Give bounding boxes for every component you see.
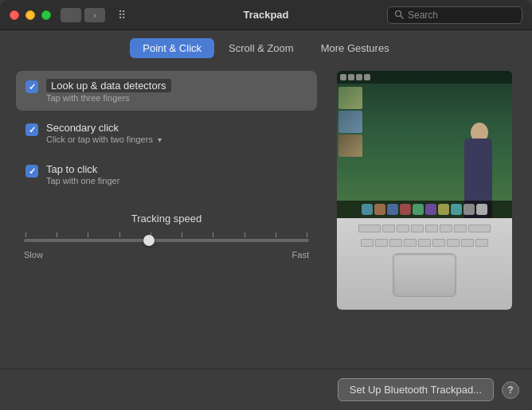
window-title: Trackpad bbox=[243, 9, 288, 21]
key-4 bbox=[411, 225, 424, 232]
help-button[interactable]: ? bbox=[502, 381, 519, 399]
key-15 bbox=[447, 239, 460, 247]
search-input[interactable] bbox=[408, 10, 515, 21]
tick-7 bbox=[213, 232, 213, 237]
tick-10 bbox=[307, 232, 307, 237]
key-9 bbox=[361, 239, 374, 247]
grid-icon: ⠿ bbox=[118, 9, 126, 21]
titlebar: ‹ › ⠿ Trackpad bbox=[0, 0, 532, 30]
nav-buttons: ‹ › bbox=[61, 8, 105, 22]
dock-icon-9 bbox=[464, 204, 475, 215]
tab-point-click[interactable]: Point & Click bbox=[130, 38, 214, 58]
key-12 bbox=[404, 239, 417, 247]
dock-icon-4 bbox=[400, 204, 411, 215]
side-thumb-3 bbox=[338, 135, 362, 157]
back-button[interactable]: ‹ bbox=[61, 8, 81, 22]
key-3 bbox=[397, 225, 409, 232]
setting-text-secondary-click: Secondary click Click or tap with two fi… bbox=[46, 122, 162, 144]
tick-6 bbox=[182, 232, 182, 237]
key-7 bbox=[454, 225, 467, 232]
slider-container: Slow Fast bbox=[24, 232, 309, 260]
key-16 bbox=[461, 239, 474, 247]
menu-bar-item-4 bbox=[364, 74, 370, 80]
side-thumbnails bbox=[338, 87, 364, 198]
back-arrow-icon: ‹ bbox=[69, 10, 72, 20]
dropdown-arrow-icon[interactable]: ▾ bbox=[158, 135, 162, 144]
key-1 bbox=[358, 225, 381, 232]
setting-text-lookup: Look up & data detectors Tap with three … bbox=[46, 79, 171, 103]
checkmark-icon-3: ✓ bbox=[29, 166, 36, 177]
tab-more-gestures[interactable]: More Gestures bbox=[308, 38, 402, 58]
tracking-slider-thumb[interactable] bbox=[143, 235, 155, 246]
checkbox-tap-to-click[interactable]: ✓ bbox=[25, 165, 38, 178]
search-bar bbox=[387, 6, 522, 24]
setting-title-secondary-click: Secondary click bbox=[46, 122, 162, 134]
window: ‹ › ⠿ Trackpad Point & Click Scroll bbox=[0, 0, 532, 410]
bottom-bar: Set Up Bluetooth Trackpad... ? bbox=[0, 369, 532, 410]
setting-subtitle-tap-to-click: Tap with one finger bbox=[46, 176, 119, 185]
main-content: ✓ Look up & data detectors Tap with thre… bbox=[0, 64, 532, 369]
setting-title-lookup: Look up & data detectors bbox=[46, 79, 171, 92]
close-button[interactable] bbox=[10, 10, 19, 20]
setting-row-tap-to-click[interactable]: ✓ Tap to click Tap with one finger bbox=[16, 155, 317, 193]
tick-1 bbox=[25, 232, 26, 237]
right-panel bbox=[333, 71, 516, 369]
setup-bluetooth-button[interactable]: Set Up Bluetooth Trackpad... bbox=[338, 378, 494, 401]
setting-row-lookup[interactable]: ✓ Look up & data detectors Tap with thre… bbox=[16, 71, 317, 111]
svg-line-1 bbox=[401, 16, 403, 18]
dock-icon-3 bbox=[387, 204, 398, 215]
preview-image bbox=[337, 71, 512, 310]
checkmark-icon-2: ✓ bbox=[29, 125, 36, 135]
tick-9 bbox=[276, 232, 276, 237]
tracking-label: Tracking speed bbox=[131, 213, 201, 225]
checkbox-lookup[interactable]: ✓ bbox=[25, 80, 38, 93]
traffic-lights bbox=[10, 10, 51, 20]
dock-icon-10 bbox=[476, 204, 487, 215]
preview-base bbox=[337, 218, 512, 310]
slider-label-slow: Slow bbox=[24, 250, 43, 260]
setting-subtitle-secondary-click: Click or tap with two fingers ▾ bbox=[46, 135, 162, 144]
forward-arrow-icon: › bbox=[93, 10, 96, 20]
side-thumb-1 bbox=[338, 87, 362, 109]
maximize-button[interactable] bbox=[41, 10, 51, 20]
search-icon bbox=[394, 10, 404, 21]
svg-point-0 bbox=[396, 10, 401, 16]
preview-dock bbox=[337, 201, 512, 218]
tracking-section: Tracking speed bbox=[16, 213, 317, 260]
menu-bar-item-2 bbox=[348, 74, 354, 80]
dock-icon-7 bbox=[438, 204, 449, 215]
key-10 bbox=[375, 239, 388, 247]
minimize-button[interactable] bbox=[25, 10, 35, 20]
dock-icon-5 bbox=[413, 204, 424, 215]
key-6 bbox=[440, 225, 452, 232]
checkmark-icon: ✓ bbox=[29, 82, 36, 92]
keyboard-row-2 bbox=[337, 239, 512, 247]
trackpad-area bbox=[393, 253, 456, 297]
key-14 bbox=[432, 239, 445, 247]
slider-label-fast: Fast bbox=[292, 250, 309, 260]
preview-screen bbox=[337, 71, 512, 218]
key-17 bbox=[475, 239, 488, 247]
tick-2 bbox=[57, 232, 57, 237]
slider-labels: Slow Fast bbox=[24, 250, 309, 260]
tabs-bar: Point & Click Scroll & Zoom More Gesture… bbox=[0, 30, 532, 64]
tracking-slider-track[interactable] bbox=[24, 239, 309, 242]
dock-icon-8 bbox=[451, 204, 462, 215]
setting-row-secondary-click[interactable]: ✓ Secondary click Click or tap with two … bbox=[16, 114, 317, 152]
tab-scroll-zoom[interactable]: Scroll & Zoom bbox=[216, 38, 307, 58]
dock-icon-6 bbox=[425, 204, 436, 215]
side-thumb-2 bbox=[338, 111, 362, 133]
checkbox-secondary-click[interactable]: ✓ bbox=[25, 123, 38, 136]
tick-8 bbox=[244, 232, 245, 237]
setting-subtitle-lookup: Tap with three fingers bbox=[46, 93, 171, 103]
forward-button[interactable]: › bbox=[84, 8, 105, 22]
key-2 bbox=[382, 225, 395, 232]
left-panel: ✓ Look up & data detectors Tap with thre… bbox=[16, 71, 317, 369]
preview-top-bar bbox=[337, 71, 512, 84]
menu-bar-item-1 bbox=[340, 74, 346, 80]
dock-icon-1 bbox=[362, 204, 373, 215]
grid-button[interactable]: ⠿ bbox=[111, 8, 132, 22]
tick-3 bbox=[88, 232, 88, 237]
dock-icon-2 bbox=[374, 204, 385, 215]
key-11 bbox=[389, 239, 402, 247]
